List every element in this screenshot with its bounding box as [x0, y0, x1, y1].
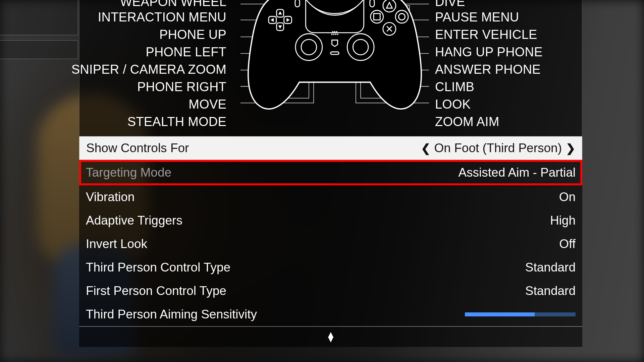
sidebar-box-top	[0, 0, 78, 35]
setting-third-person-control-type[interactable]: Third Person Control Type Standard	[79, 256, 582, 279]
setting-label: Vibration	[86, 190, 135, 204]
show-controls-for-label: Show Controls For	[86, 141, 189, 155]
label-sniper-zoom: SNIPER / CAMERA ZOOM	[71, 63, 226, 76]
setting-value: Standard	[525, 260, 576, 275]
show-controls-for-row[interactable]: Show Controls For ❮ On Foot (Third Perso…	[79, 136, 582, 160]
label-weapon-wheel: WEAPON WHEEL	[120, 0, 226, 8]
svg-rect-30	[331, 52, 339, 55]
label-stealth-mode: STEALTH MODE	[127, 115, 226, 128]
svg-point-24	[334, 31, 335, 33]
setting-value: Off	[559, 237, 576, 251]
svg-point-10	[395, 10, 408, 23]
setting-invert-look[interactable]: Invert Look Off	[79, 232, 582, 256]
label-zoom-aim: ZOOM AIM	[435, 115, 499, 128]
setting-targeting-mode[interactable]: Targeting Mode Assisted Aim - Partial	[79, 160, 582, 185]
controller-mapping: WEAPON WHEEL INTERACTION MENU PHONE UP P…	[79, 0, 582, 136]
label-answer-phone: ANSWER PHONE	[435, 63, 541, 76]
setting-value: High	[550, 214, 576, 228]
svg-point-27	[333, 34, 334, 35]
selector-right-arrow-icon[interactable]: ❯	[566, 141, 575, 155]
setting-label: Adaptive Triggers	[86, 214, 182, 228]
setting-label: Invert Look	[86, 237, 147, 251]
svg-point-28	[335, 34, 336, 35]
label-dive: DIVE	[435, 0, 465, 8]
targeting-mode-label: Targeting Mode	[86, 166, 171, 180]
settings-panel: WEAPON WHEEL INTERACTION MENU PHONE UP P…	[79, 0, 582, 347]
setting-vibration[interactable]: Vibration On	[79, 185, 582, 209]
svg-point-23	[332, 31, 333, 33]
svg-point-29	[337, 34, 338, 35]
label-move: MOVE	[189, 98, 226, 111]
targeting-mode-value: Assisted Aim - Partial	[458, 166, 576, 180]
setting-label: Third Person Aiming Sensitivity	[86, 307, 257, 321]
svg-point-18	[301, 40, 317, 55]
label-phone-left: PHONE LEFT	[146, 46, 226, 58]
sensitivity-slider-fill	[465, 312, 535, 316]
label-hang-up-phone: HANG UP PHONE	[435, 46, 543, 58]
label-phone-right: PHONE RIGHT	[137, 80, 226, 93]
svg-rect-21	[295, 0, 300, 7]
svg-point-25	[336, 31, 337, 33]
scroll-indicator[interactable]: ▲ ▼	[79, 326, 582, 347]
sidebar-box-mid	[0, 40, 78, 59]
label-interaction-menu: INTERACTION MENU	[98, 11, 226, 23]
setting-adaptive-triggers[interactable]: Adaptive Triggers High	[79, 209, 582, 232]
svg-point-9	[371, 10, 383, 23]
show-controls-for-value: On Foot (Third Person)	[434, 141, 562, 155]
setting-value: Standard	[525, 284, 576, 298]
setting-third-person-aiming-sensitivity[interactable]: Third Person Aiming Sensitivity	[79, 303, 582, 326]
label-look: LOOK	[435, 98, 471, 111]
setting-label: Third Person Control Type	[86, 260, 230, 275]
label-phone-up: PHONE UP	[159, 28, 226, 41]
setting-label: First Person Control Type	[86, 284, 226, 298]
sensitivity-slider[interactable]	[465, 312, 576, 316]
controller-icon	[240, 0, 429, 117]
chevron-down-icon: ▼	[326, 337, 335, 342]
svg-rect-22	[370, 0, 374, 7]
svg-point-26	[331, 34, 332, 35]
label-enter-vehicle: ENTER VEHICLE	[435, 28, 537, 41]
label-pause-menu: PAUSE MENU	[435, 11, 519, 23]
setting-value: On	[559, 190, 576, 204]
settings-list: Vibration On Adaptive Triggers High Inve…	[79, 185, 582, 326]
setting-first-person-control-type[interactable]: First Person Control Type Standard	[79, 279, 582, 303]
svg-point-20	[353, 40, 368, 55]
selector-left-arrow-icon[interactable]: ❮	[421, 141, 430, 155]
label-climb: CLIMB	[435, 80, 474, 93]
